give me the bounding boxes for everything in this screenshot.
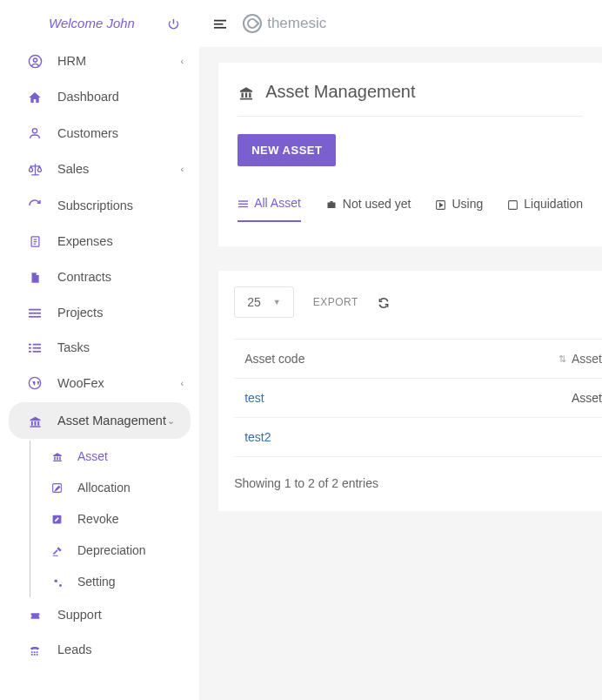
nav-label: Leads [57, 643, 184, 656]
svg-rect-7 [29, 344, 31, 346]
nav-asset-management[interactable]: Asset Management ⌄ [9, 402, 191, 438]
nav-label: Projects [57, 306, 184, 320]
subnav-revoke[interactable]: Revoke [30, 503, 199, 535]
nav-label: WooFex [57, 376, 180, 390]
svg-point-16 [55, 579, 58, 582]
refresh-icon [24, 198, 45, 212]
col-label: Asset [572, 352, 602, 366]
play-square-icon [435, 197, 446, 210]
length-value: 25 [247, 295, 261, 309]
chevron-left-icon: ‹ [180, 56, 184, 66]
bank-icon [51, 449, 69, 462]
table-row[interactable]: test Asset [234, 379, 602, 418]
file-lines-icon [24, 233, 45, 248]
col-asset-name[interactable]: ⇅ Asset [530, 340, 602, 378]
nav-leads[interactable]: Leads [0, 632, 199, 667]
svg-rect-23 [238, 205, 248, 206]
square-icon [507, 197, 518, 210]
svg-point-2 [32, 129, 37, 133]
nav-label: Sales [57, 162, 180, 176]
page-length-select[interactable]: 25 ▼ [234, 286, 294, 318]
scales-icon [24, 161, 45, 177]
svg-rect-10 [33, 347, 41, 349]
gavel-icon [51, 543, 69, 557]
menu-toggle-icon[interactable] [213, 15, 227, 33]
caret-down-icon: ▼ [273, 298, 281, 306]
nav-label: Tasks [57, 340, 184, 354]
svg-rect-5 [29, 313, 41, 314]
subnav-label: Setting [77, 575, 116, 589]
power-icon[interactable] [167, 16, 180, 30]
home-icon [24, 90, 45, 104]
cell-code[interactable]: test2 [234, 418, 530, 456]
nav-label: HRM [57, 54, 180, 68]
svg-point-1 [33, 58, 37, 62]
tab-all-asset[interactable]: All Asset [237, 196, 301, 222]
nav-contracts[interactable]: Contracts [0, 259, 199, 294]
export-button[interactable]: EXPORT [313, 296, 358, 308]
bank-icon [24, 413, 45, 427]
refresh-icon[interactable] [378, 295, 390, 309]
table-panel: 25 ▼ EXPORT Excel CSV PDF Print [218, 271, 602, 511]
tab-liquidation[interactable]: Liquidation [507, 196, 583, 222]
svg-rect-11 [29, 351, 31, 353]
nav-tasks[interactable]: Tasks [0, 330, 199, 365]
nav-subscriptions[interactable]: Subscriptions [0, 187, 199, 223]
tab-using[interactable]: Using [435, 196, 483, 222]
page-panel: Asset Management NEW ASSET All Asset Not… [218, 63, 602, 246]
nav-support[interactable]: Support [0, 597, 199, 632]
chevron-left-icon: ‹ [180, 378, 184, 388]
nav-sales[interactable]: Sales ‹ [0, 151, 199, 187]
tab-label: Using [452, 197, 483, 211]
svg-point-17 [59, 584, 62, 587]
user-icon [24, 125, 45, 140]
nav-label: Customers [57, 126, 184, 140]
nav-projects[interactable]: Projects [0, 295, 199, 330]
tty-icon [24, 643, 45, 656]
subnav-allocation[interactable]: Allocation [30, 472, 199, 503]
subnav-setting[interactable]: Setting [30, 566, 199, 597]
svg-rect-12 [33, 351, 41, 353]
page-title: Asset Management [265, 82, 415, 102]
edit-icon [51, 481, 69, 494]
nav-woofex[interactable]: WooFex ‹ [0, 365, 199, 400]
logo: themesic [243, 14, 326, 33]
cell-name: Asset [530, 379, 602, 417]
table: Asset code ⇅ Asset test Asset test2 [234, 339, 602, 457]
tab-not-used[interactable]: Not used yet [325, 196, 411, 222]
svg-rect-19 [214, 24, 224, 25]
ticket-icon [24, 608, 45, 622]
nav-dashboard[interactable]: Dashboard [0, 79, 199, 115]
table-row[interactable]: test2 [234, 418, 602, 457]
svg-rect-25 [509, 200, 518, 209]
nav-hrm[interactable]: HRM ‹ [0, 43, 199, 79]
wordpress-icon [24, 375, 45, 390]
file-icon [24, 269, 45, 284]
nav-customers[interactable]: Customers [0, 115, 199, 151]
gears-icon [51, 575, 69, 589]
svg-rect-8 [33, 344, 41, 346]
sidebar: Welcome John HRM ‹ Dashboard Customers S… [0, 0, 199, 700]
subnav-label: Asset [77, 449, 108, 463]
logo-text: themesic [267, 15, 326, 32]
cell-code[interactable]: test [234, 379, 530, 417]
col-asset-code[interactable]: Asset code [234, 340, 530, 378]
subnav-label: Allocation [77, 481, 130, 495]
logo-badge-icon [243, 14, 262, 33]
chevron-left-icon: ‹ [180, 164, 184, 174]
nav-label: Support [57, 608, 184, 622]
table-info: Showing 1 to 2 of 2 entries [234, 476, 602, 490]
chevron-down-icon: ⌄ [167, 415, 175, 427]
tab-label: All Asset [254, 196, 301, 210]
nav-expenses[interactable]: Expenses [0, 223, 199, 259]
subnav-asset[interactable]: Asset [30, 441, 199, 472]
pencil-square-icon [51, 512, 69, 525]
svg-rect-20 [214, 27, 226, 29]
new-asset-button[interactable]: NEW ASSET [237, 134, 336, 166]
col-label: Asset code [244, 352, 304, 366]
sort-icon: ⇅ [559, 353, 566, 365]
subnav-depreciation[interactable]: Depreciation [30, 535, 199, 566]
bars-icon [24, 306, 45, 320]
svg-rect-18 [214, 20, 226, 22]
svg-rect-6 [29, 316, 41, 318]
